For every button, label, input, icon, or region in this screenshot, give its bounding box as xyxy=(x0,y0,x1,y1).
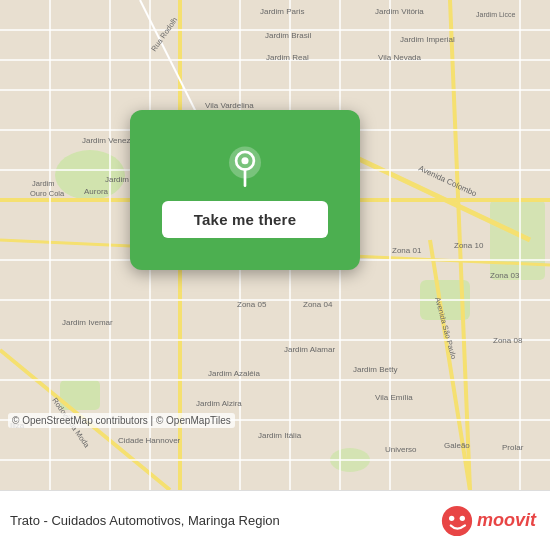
svg-point-74 xyxy=(449,515,454,520)
location-card: Take me there xyxy=(130,110,360,270)
svg-text:Jardim Alamar: Jardim Alamar xyxy=(284,345,335,354)
svg-text:Jardim Alzira: Jardim Alzira xyxy=(196,399,242,408)
svg-text:Ouro Cola: Ouro Cola xyxy=(30,189,65,198)
svg-text:Zona 04: Zona 04 xyxy=(303,300,333,309)
svg-text:Jardim Itália: Jardim Itália xyxy=(258,431,302,440)
pin-icon xyxy=(221,143,269,191)
svg-text:Galeão: Galeão xyxy=(444,441,470,450)
svg-text:Jardim Veneza: Jardim Veneza xyxy=(82,136,135,145)
moovit-logo: moovit xyxy=(441,505,536,537)
svg-text:Prolar: Prolar xyxy=(502,443,524,452)
svg-text:Zona 01: Zona 01 xyxy=(392,246,422,255)
svg-text:Jardim Licce: Jardim Licce xyxy=(476,11,515,18)
svg-text:Zona 08: Zona 08 xyxy=(493,336,523,345)
moovit-label: moovit xyxy=(477,510,536,531)
svg-text:Universo: Universo xyxy=(385,445,417,454)
svg-text:Zona 03: Zona 03 xyxy=(490,271,520,280)
svg-rect-4 xyxy=(490,200,545,280)
svg-text:Aurora: Aurora xyxy=(84,187,109,196)
moovit-icon xyxy=(441,505,473,537)
svg-text:Zona 10: Zona 10 xyxy=(454,241,484,250)
svg-text:Jardim Azaléia: Jardim Azaléia xyxy=(208,369,261,378)
svg-point-73 xyxy=(442,505,472,535)
svg-text:Vila Vardelina: Vila Vardelina xyxy=(205,101,254,110)
svg-text:Jardim Brasil: Jardim Brasil xyxy=(265,31,311,40)
svg-text:Jardim: Jardim xyxy=(32,179,55,188)
svg-text:Jardim Imperial: Jardim Imperial xyxy=(400,35,455,44)
svg-text:Jardim Ivemar: Jardim Ivemar xyxy=(62,318,113,327)
svg-point-71 xyxy=(241,157,248,164)
svg-text:Jardim Betty: Jardim Betty xyxy=(353,365,397,374)
svg-text:Jardim Vitória: Jardim Vitória xyxy=(375,7,424,16)
svg-text:Jardim: Jardim xyxy=(105,175,129,184)
bottom-bar: Trato - Cuidados Automotivos, Maringa Re… xyxy=(0,490,550,550)
location-label: Trato - Cuidados Automotivos, Maringa Re… xyxy=(10,513,441,528)
map-container: Jardim Paris Jardim Vitória Jardim Licce… xyxy=(0,0,550,490)
svg-text:Vila Nevada: Vila Nevada xyxy=(378,53,422,62)
svg-text:Cidade Hannover: Cidade Hannover xyxy=(118,436,181,445)
svg-text:Vila Emília: Vila Emília xyxy=(375,393,413,402)
svg-point-75 xyxy=(460,515,465,520)
map-attribution: © OpenStreetMap contributors | © OpenMap… xyxy=(8,413,235,428)
svg-text:Zona 05: Zona 05 xyxy=(237,300,267,309)
svg-text:Jardim Real: Jardim Real xyxy=(266,53,309,62)
take-me-there-button[interactable]: Take me there xyxy=(162,201,328,238)
svg-text:Jardim Paris: Jardim Paris xyxy=(260,7,304,16)
